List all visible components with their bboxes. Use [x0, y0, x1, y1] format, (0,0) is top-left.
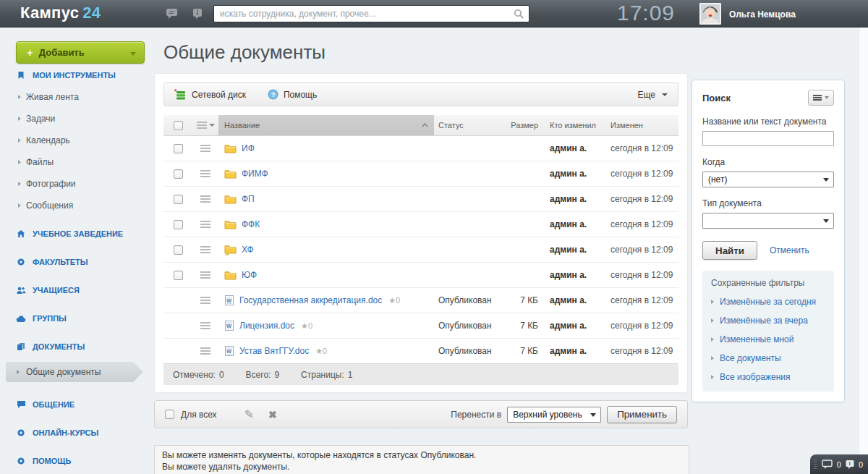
row-checkbox[interactable]	[174, 144, 183, 153]
select-all-checkbox[interactable]	[174, 121, 183, 130]
star-rating[interactable]: ★0	[315, 347, 327, 356]
sidebar-section-heading[interactable]: МОИ ИНСТРУМЕНТЫ	[0, 69, 153, 81]
help-button[interactable]: ? Помощь	[268, 89, 317, 100]
row-checkbox[interactable]	[174, 271, 183, 280]
sidebar-item-label: Фотографии	[26, 179, 76, 189]
filter-menu-button[interactable]	[808, 90, 834, 106]
document-link[interactable]: Лицензия.doc	[239, 321, 294, 331]
edit-icon[interactable]: ✎	[244, 407, 254, 421]
sidebar-item[interactable]: Сообщения	[0, 200, 153, 211]
chevron-down-icon[interactable]	[130, 52, 136, 56]
sidebar-section-heading[interactable]: ДОКУМЕНТЫ	[0, 341, 153, 352]
column-header-modified[interactable]: Изменен	[602, 115, 678, 135]
row-menu-icon[interactable]	[200, 297, 210, 304]
help-icon: ?	[268, 89, 278, 100]
star-rating[interactable]: ★0	[301, 321, 312, 331]
row-menu-icon[interactable]	[200, 322, 210, 329]
dock-chat-icon[interactable]	[822, 460, 833, 470]
star-rating[interactable]: ★0	[388, 296, 400, 305]
row-checkbox[interactable]	[174, 169, 183, 179]
plus-icon: +	[27, 46, 33, 59]
drag-handle[interactable]	[814, 460, 817, 470]
user-name[interactable]: Ольга Немцова	[729, 9, 796, 20]
document-link[interactable]: ФФК	[242, 219, 260, 229]
saved-filter-link[interactable]: Изменённые за сегодня	[711, 297, 825, 307]
arrow-right-icon	[711, 356, 714, 360]
row-menu-icon[interactable]	[200, 347, 210, 355]
row-menu-icon[interactable]	[200, 145, 210, 152]
row-checkbox[interactable]	[174, 245, 183, 255]
app-logo[interactable]: Кампус24	[20, 4, 101, 22]
doc-name-input[interactable]	[702, 131, 834, 146]
table-body: ИФадмин а.сегодня в 12:09ФИМФадмин а.сег…	[163, 136, 678, 364]
dock-info-icon[interactable]: i	[845, 460, 855, 470]
header-menu-button[interactable]	[192, 115, 218, 135]
network-drive-label: Сетевой диск	[192, 90, 246, 100]
column-header-who[interactable]: Кто изменил	[541, 115, 602, 135]
sidebar-section-heading[interactable]: ОНЛАЙН-КУРСЫ	[0, 427, 153, 439]
column-header-status[interactable]: Статус	[434, 115, 502, 135]
messenger-dock[interactable]: 0 i 0	[810, 454, 868, 474]
document-link[interactable]: ИФ	[242, 143, 255, 153]
row-menu-icon[interactable]	[200, 170, 210, 177]
sidebar-section-heading[interactable]: ПОМОЩЬ	[0, 455, 153, 467]
document-link[interactable]: ХФ	[242, 245, 254, 255]
row-menu-icon[interactable]	[200, 221, 210, 228]
sidebar-heading-label: МОИ ИНСТРУМЕНТЫ	[33, 71, 116, 80]
column-label: Название	[224, 121, 260, 130]
sidebar-item[interactable]: Файлы	[0, 157, 153, 168]
column-header-name[interactable]: Название	[218, 115, 434, 135]
document-link[interactable]: ФП	[242, 194, 255, 204]
folder-icon	[224, 219, 237, 229]
saved-filter-link[interactable]: Изменённые за вчера	[711, 316, 825, 326]
for-all-checkbox[interactable]	[165, 410, 174, 419]
row-checkbox[interactable]	[174, 195, 183, 204]
column-header-size[interactable]: Размер	[502, 115, 541, 135]
cancel-link[interactable]: Отменить	[770, 245, 809, 255]
apply-button[interactable]: Применить	[607, 406, 677, 423]
sidebar-item[interactable]: Фотографии	[0, 179, 153, 190]
mod-cell: сегодня в 12:09	[610, 270, 673, 280]
delete-icon[interactable]: ✖	[268, 409, 277, 420]
network-drive-button[interactable]: * Сетевой диск	[174, 88, 246, 101]
circle-icon	[16, 258, 26, 266]
sidebar-item[interactable]: Живая лента	[0, 92, 153, 103]
who-cell: админ а.	[550, 321, 587, 331]
sidebar-item[interactable]: Задачи	[0, 114, 153, 124]
clock: 17:09	[606, 1, 686, 25]
sidebar-item[interactable]: Общие документы	[6, 362, 143, 382]
doc-type-select[interactable]	[702, 213, 834, 229]
saved-filter-link[interactable]: Все документы	[711, 353, 825, 363]
dock-info-count: 0	[859, 460, 863, 469]
row-menu-icon[interactable]	[200, 271, 210, 279]
chat-icon[interactable]	[165, 7, 179, 20]
info-icon[interactable]: i	[191, 7, 205, 20]
sidebar-section-heading[interactable]: ФАКУЛЬТЕТЫ	[0, 256, 153, 268]
sidebar-item[interactable]: Календарь	[0, 135, 153, 146]
doc-name-label: Название или текст документа	[702, 117, 834, 127]
more-button[interactable]: Еще	[638, 90, 668, 100]
search-icon[interactable]	[514, 9, 524, 22]
when-select[interactable]: (нет)	[702, 172, 834, 187]
move-target-select[interactable]: Верхний уровень	[507, 407, 601, 423]
saved-filter-link[interactable]: Измененные мной	[711, 334, 825, 344]
sidebar-section-heading[interactable]: УЧЕБНОЕ ЗАВЕДЕНИЕ	[0, 228, 153, 240]
document-link[interactable]: Устав ВятГГУ.doc	[239, 346, 309, 356]
row-menu-icon[interactable]	[200, 246, 210, 253]
page-title: Общие документы	[163, 41, 689, 64]
chevron-down-icon	[590, 413, 596, 417]
sidebar-section-heading[interactable]: УЧАЩИЕСЯ	[0, 284, 153, 296]
table-row: WЛицензия.doc★0Опубликован7 КБадмин а.се…	[163, 313, 678, 339]
document-link[interactable]: ФИМФ	[242, 169, 268, 179]
sidebar-section-heading[interactable]: ГРУППЫ	[0, 313, 153, 324]
find-button[interactable]: Найти	[702, 241, 757, 260]
avatar[interactable]	[699, 3, 721, 25]
document-link[interactable]: ЮФ	[242, 270, 257, 280]
sidebar-section-heading[interactable]: ОБЩЕНИЕ	[0, 399, 153, 410]
document-link[interactable]: Государственная аккредитация.doc	[239, 295, 382, 305]
global-search-input[interactable]	[220, 7, 506, 20]
add-button[interactable]: + Добавить	[16, 41, 145, 64]
row-menu-icon[interactable]	[200, 195, 210, 203]
row-checkbox[interactable]	[174, 220, 183, 229]
saved-filter-link[interactable]: Все изображения	[711, 372, 825, 382]
